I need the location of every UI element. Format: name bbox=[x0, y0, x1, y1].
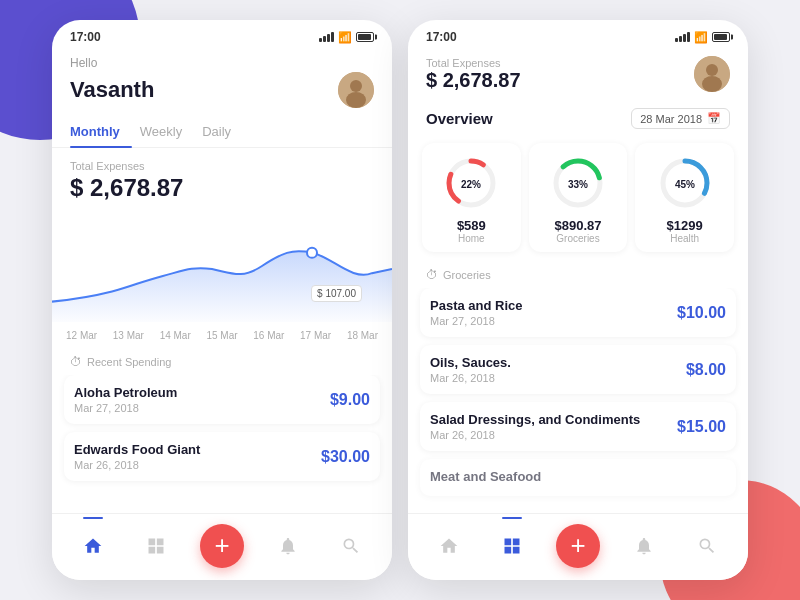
transaction-info: Aloha Petroleum Mar 27, 2018 bbox=[74, 385, 177, 414]
transaction-item-p2r1[interactable]: Pasta and Rice Mar 27, 2018 $10.00 bbox=[420, 288, 736, 337]
transaction-item-p2r2[interactable]: Oils, Sauces. Mar 26, 2018 $8.00 bbox=[420, 345, 736, 394]
user-name: Vasanth bbox=[70, 77, 154, 103]
nav-search-btn[interactable] bbox=[333, 528, 369, 564]
donut-home[interactable]: 22% $589 Home bbox=[422, 143, 521, 252]
expenses-amount: $ 2,678.87 bbox=[70, 174, 374, 202]
donut-groceries-label: Groceries bbox=[556, 233, 599, 244]
transaction-info: Meat and Seafood bbox=[430, 469, 541, 486]
status-time-1: 17:00 bbox=[70, 30, 101, 44]
plus-icon-2: + bbox=[570, 532, 585, 558]
calendar-icon: 📅 bbox=[707, 112, 721, 125]
signal-icon-2 bbox=[675, 32, 690, 42]
transaction-item[interactable]: Aloha Petroleum Mar 27, 2018 $9.00 bbox=[64, 375, 380, 424]
donut-home-label: Home bbox=[458, 233, 485, 244]
nav-bell-btn[interactable] bbox=[270, 528, 306, 564]
transaction-list-1: Aloha Petroleum Mar 27, 2018 $9.00 Edwar… bbox=[52, 375, 392, 513]
recent-spending-section: ⏱ Recent Spending bbox=[52, 349, 392, 375]
tab-daily[interactable]: Daily bbox=[202, 118, 243, 147]
nav-home-btn-2[interactable] bbox=[431, 528, 467, 564]
donut-groceries[interactable]: 33% $890.87 Groceries bbox=[529, 143, 628, 252]
donut-health-label: Health bbox=[670, 233, 699, 244]
transaction-name: Meat and Seafood bbox=[430, 469, 541, 484]
transaction-name: Pasta and Rice bbox=[430, 298, 523, 313]
nav-grid-btn-2[interactable] bbox=[494, 528, 530, 564]
chart-dates: 12 Mar 13 Mar 14 Mar 15 Mar 16 Mar 17 Ma… bbox=[52, 330, 392, 341]
overview-totals: Total Expenses $ 2,678.87 bbox=[426, 57, 521, 92]
donut-chart-health: 45% bbox=[655, 153, 715, 213]
date-badge[interactable]: 28 Mar 2018 📅 bbox=[631, 108, 730, 129]
transaction-date: Mar 27, 2018 bbox=[430, 315, 523, 327]
donut-charts-row: 22% $589 Home 33% $890.87 Groceries bbox=[408, 135, 748, 264]
date-16mar: 16 Mar bbox=[253, 330, 284, 341]
date-14mar: 14 Mar bbox=[160, 330, 191, 341]
nav-home-btn[interactable] bbox=[75, 528, 111, 564]
status-time-2: 17:00 bbox=[426, 30, 457, 44]
tab-monthly[interactable]: Monthly bbox=[70, 118, 132, 147]
svg-text:45%: 45% bbox=[675, 179, 695, 190]
plus-icon: + bbox=[214, 532, 229, 558]
nav-bell-btn-2[interactable] bbox=[626, 528, 662, 564]
transaction-amount: $8.00 bbox=[686, 361, 726, 379]
donut-chart-groceries: 33% bbox=[548, 153, 608, 213]
battery-icon-2 bbox=[712, 32, 730, 42]
date-15mar: 15 Mar bbox=[206, 330, 237, 341]
transaction-amount: $30.00 bbox=[321, 448, 370, 466]
donut-groceries-amount: $890.87 bbox=[555, 218, 602, 233]
transaction-date: Mar 26, 2018 bbox=[74, 459, 200, 471]
svg-text:33%: 33% bbox=[568, 179, 588, 190]
transaction-amount: $15.00 bbox=[677, 418, 726, 436]
svg-text:22%: 22% bbox=[461, 179, 481, 190]
fab-add-btn[interactable]: + bbox=[200, 524, 244, 568]
groceries-label-text: Groceries bbox=[443, 269, 491, 281]
date-12mar: 12 Mar bbox=[66, 330, 97, 341]
clock-icon: ⏱ bbox=[70, 355, 82, 369]
svg-point-2 bbox=[346, 92, 366, 108]
phone1-header: Hello Vasanth bbox=[52, 48, 392, 118]
bottom-nav-1: + bbox=[52, 513, 392, 580]
transaction-amount: $9.00 bbox=[330, 391, 370, 409]
transaction-item-p2r3[interactable]: Salad Dressings, and Condiments Mar 26, … bbox=[420, 402, 736, 451]
donut-health[interactable]: 45% $1299 Health bbox=[635, 143, 734, 252]
wifi-icon: 📶 bbox=[338, 31, 352, 44]
phone-2: 17:00 📶 Total Expenses $ 2,678.87 bbox=[408, 20, 748, 580]
expense-chart bbox=[52, 210, 392, 322]
svg-point-5 bbox=[706, 64, 718, 76]
battery-icon bbox=[356, 32, 374, 42]
overview-title: Overview bbox=[426, 110, 493, 127]
date-18mar: 18 Mar bbox=[347, 330, 378, 341]
overview-total-label: Total Expenses bbox=[426, 57, 521, 69]
transaction-date: Mar 26, 2018 bbox=[430, 429, 640, 441]
date-17mar: 17 Mar bbox=[300, 330, 331, 341]
svg-point-1 bbox=[350, 80, 362, 92]
bottom-nav-2: + bbox=[408, 513, 748, 580]
chart-area: $ 107.00 bbox=[52, 210, 392, 330]
transaction-date: Mar 27, 2018 bbox=[74, 402, 177, 414]
transaction-info: Oils, Sauces. Mar 26, 2018 bbox=[430, 355, 511, 384]
nav-grid-btn[interactable] bbox=[138, 528, 174, 564]
donut-health-amount: $1299 bbox=[667, 218, 703, 233]
chart-point-label: $ 107.00 bbox=[311, 285, 362, 302]
overview-total-amount: $ 2,678.87 bbox=[426, 69, 521, 92]
svg-point-3 bbox=[307, 248, 317, 258]
overview-title-row: Overview 28 Mar 2018 📅 bbox=[408, 102, 748, 135]
date-13mar: 13 Mar bbox=[113, 330, 144, 341]
transaction-info: Edwards Food Giant Mar 26, 2018 bbox=[74, 442, 200, 471]
hello-label: Hello bbox=[70, 56, 374, 70]
transaction-item[interactable]: Edwards Food Giant Mar 26, 2018 $30.00 bbox=[64, 432, 380, 481]
avatar-2 bbox=[694, 56, 730, 92]
fab-add-btn-2[interactable]: + bbox=[556, 524, 600, 568]
transaction-info: Salad Dressings, and Condiments Mar 26, … bbox=[430, 412, 640, 441]
overview-header: Total Expenses $ 2,678.87 bbox=[408, 48, 748, 102]
groceries-section-label: ⏱ Groceries bbox=[408, 264, 748, 288]
avatar bbox=[338, 72, 374, 108]
date-badge-text: 28 Mar 2018 bbox=[640, 113, 702, 125]
nav-search-btn-2[interactable] bbox=[689, 528, 725, 564]
transaction-item-p2r4[interactable]: Meat and Seafood bbox=[420, 459, 736, 496]
transaction-date: Mar 26, 2018 bbox=[430, 372, 511, 384]
status-bar-1: 17:00 📶 bbox=[52, 20, 392, 48]
signal-icon bbox=[319, 32, 334, 42]
status-icons-1: 📶 bbox=[319, 31, 374, 44]
transaction-amount: $10.00 bbox=[677, 304, 726, 322]
recent-spending-label: Recent Spending bbox=[87, 356, 171, 368]
tab-weekly[interactable]: Weekly bbox=[140, 118, 194, 147]
